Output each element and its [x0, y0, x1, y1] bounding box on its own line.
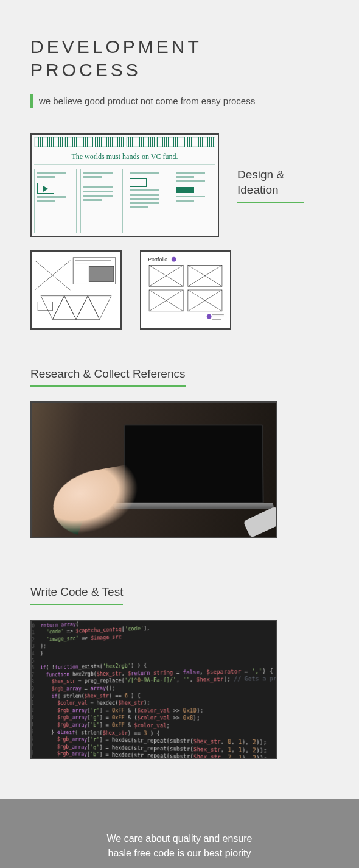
svg-rect-6 [38, 302, 52, 311]
laptop-typing-image [30, 401, 277, 538]
wireframe-thumbnails: Portfolio [30, 250, 329, 330]
section-title-research: Research & Collect Referencs [30, 366, 186, 387]
section-design: The worlds must hands-on VC fund. [30, 133, 329, 237]
whiteboard-sketch-image: The worlds must hands-on VC fund. [30, 133, 219, 237]
title-line-2: PROCESS [30, 60, 141, 80]
svg-marker-9 [64, 295, 88, 319]
footer-banner: We care about quality and ensure hasle f… [0, 799, 359, 868]
section-title-code: Write Code & Test [30, 584, 123, 605]
svg-marker-11 [88, 295, 111, 319]
tagline-block: we believe good product not come from ea… [30, 94, 329, 108]
svg-marker-8 [52, 295, 76, 319]
footer-text: We care about quality and ensure hasle f… [94, 831, 265, 861]
tagline-text: we believe good product not come from ea… [39, 94, 329, 108]
svg-text:Portfolio: Portfolio [148, 256, 167, 262]
whiteboard-caption: The worlds must hands-on VC fund. [71, 152, 178, 161]
section-code: Write Code & Test 79$_SESSION['_CAPTCHA'… [30, 584, 329, 759]
code-editor-image: 79$_SESSION['_CAPTCHA']['config'] = seri… [30, 620, 277, 759]
title-line-1: DEVELOPMENT [30, 37, 202, 57]
svg-point-13 [172, 257, 176, 262]
svg-marker-10 [76, 295, 100, 319]
svg-rect-3 [89, 266, 114, 281]
svg-point-26 [207, 314, 212, 319]
wireframe-thumb-1 [30, 250, 122, 330]
section-title-design: Design & Ideation [237, 167, 304, 203]
wireframe-thumb-2: Portfolio [140, 250, 231, 330]
page-title: DEVELOPMENT PROCESS [30, 35, 329, 81]
section-research: Research & Collect Referencs [30, 366, 329, 539]
